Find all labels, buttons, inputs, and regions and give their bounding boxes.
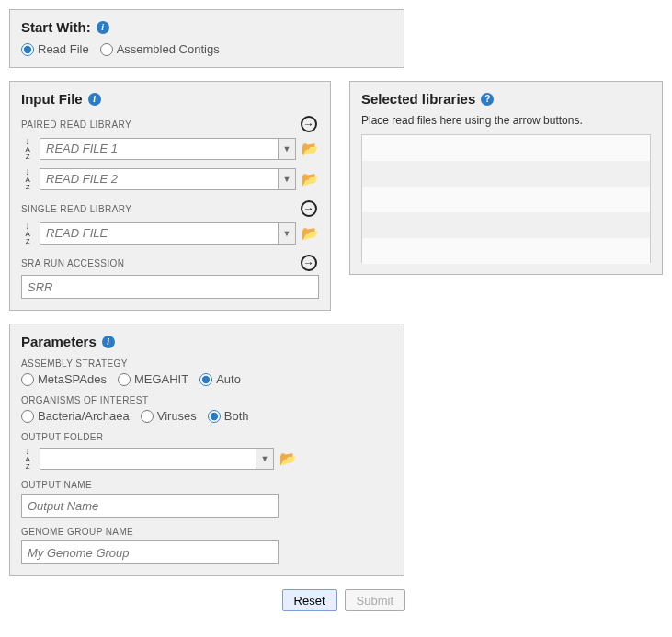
start-read-file-option[interactable]: Read File bbox=[21, 42, 89, 56]
parameters-title-text: Parameters bbox=[21, 334, 97, 349]
strategy-megahit-label: MEGAHIT bbox=[134, 372, 188, 386]
output-folder-combo: ▼ bbox=[40, 448, 274, 470]
start-assembled-radio[interactable] bbox=[100, 43, 113, 56]
read-file-2-input[interactable] bbox=[40, 168, 278, 190]
folder-icon[interactable]: 📂 bbox=[279, 450, 297, 467]
add-single-arrow-icon[interactable]: → bbox=[301, 200, 317, 217]
single-read-input[interactable] bbox=[40, 222, 278, 245]
read-file-2-row: ↓AZ ▼ 📂 bbox=[21, 166, 319, 191]
sort-icon[interactable]: ↓AZ bbox=[21, 446, 34, 471]
strategy-auto-label: Auto bbox=[216, 372, 241, 386]
selected-libraries-title-text: Selected libraries bbox=[361, 91, 475, 107]
assembly-strategy-label: ASSEMBLY STRATEGY bbox=[21, 358, 393, 369]
start-read-file-radio[interactable] bbox=[21, 43, 34, 56]
org-bacteria-label: Bacteria/Archaea bbox=[38, 409, 130, 423]
input-file-panel: Input File i PAIRED READ LIBRARY → ↓AZ ▼… bbox=[9, 81, 331, 311]
org-both-option[interactable]: Both bbox=[208, 409, 249, 423]
strategy-megahit-radio[interactable] bbox=[118, 373, 131, 386]
list-item bbox=[362, 161, 650, 187]
output-name-input[interactable] bbox=[21, 494, 279, 518]
sra-input[interactable] bbox=[21, 275, 319, 299]
start-read-file-label: Read File bbox=[38, 42, 89, 56]
selected-libraries-panel: Selected libraries ? Place read files he… bbox=[349, 81, 663, 275]
paired-label-text: PAIRED READ LIBRARY bbox=[21, 119, 131, 130]
strategy-auto-radio[interactable] bbox=[199, 373, 212, 386]
strategy-metaspades-label: MetaSPAdes bbox=[38, 372, 107, 386]
organisms-radios: Bacteria/Archaea Viruses Both bbox=[21, 409, 393, 423]
read-file-2-combo: ▼ bbox=[40, 168, 296, 190]
strategy-metaspades-radio[interactable] bbox=[21, 373, 34, 386]
organisms-label-text: ORGANISMS OF INTEREST bbox=[21, 395, 148, 405]
sort-icon[interactable]: ↓AZ bbox=[21, 221, 34, 245]
form-buttons: Reset Submit bbox=[9, 589, 663, 611]
read-file-1-row: ↓AZ ▼ 📂 bbox=[21, 136, 319, 161]
sra-run-label: SRA RUN ACCESSION → bbox=[21, 255, 319, 271]
strategy-auto-option[interactable]: Auto bbox=[199, 372, 241, 386]
genome-group-input[interactable] bbox=[21, 540, 279, 564]
output-name-label-text: OUTPUT NAME bbox=[21, 480, 92, 490]
sort-icon[interactable]: ↓AZ bbox=[21, 136, 34, 161]
org-viruses-radio[interactable] bbox=[141, 410, 154, 423]
folder-icon[interactable]: 📂 bbox=[302, 141, 319, 157]
org-viruses-option[interactable]: Viruses bbox=[141, 409, 197, 423]
list-item bbox=[362, 212, 650, 238]
org-both-label: Both bbox=[224, 409, 249, 423]
org-bacteria-radio[interactable] bbox=[21, 410, 34, 423]
read-file-1-combo: ▼ bbox=[40, 138, 296, 160]
strategy-label-text: ASSEMBLY STRATEGY bbox=[21, 358, 128, 369]
info-icon[interactable]: i bbox=[102, 336, 115, 348]
strategy-metaspades-option[interactable]: MetaSPAdes bbox=[21, 372, 107, 386]
selected-libraries-dropzone[interactable] bbox=[361, 134, 651, 263]
add-sra-arrow-icon[interactable]: → bbox=[301, 255, 317, 271]
start-with-radios: Read File Assembled Contigs bbox=[21, 42, 393, 56]
folder-icon[interactable]: 📂 bbox=[302, 171, 319, 188]
output-folder-row: ↓AZ ▼ 📂 bbox=[21, 446, 297, 471]
folder-icon[interactable]: 📂 bbox=[302, 225, 319, 242]
input-file-title-text: Input File bbox=[21, 91, 83, 107]
single-read-combo: ▼ bbox=[40, 222, 296, 245]
parameters-panel: Parameters i ASSEMBLY STRATEGY MetaSPAde… bbox=[9, 324, 404, 576]
read-file-2-dropdown[interactable]: ▼ bbox=[278, 168, 296, 190]
output-folder-label-text: OUTPUT FOLDER bbox=[21, 432, 103, 442]
sra-label-text: SRA RUN ACCESSION bbox=[21, 258, 124, 268]
org-both-radio[interactable] bbox=[208, 410, 221, 423]
output-folder-label: OUTPUT FOLDER bbox=[21, 432, 393, 442]
output-name-label: OUTPUT NAME bbox=[21, 480, 393, 490]
start-with-title-text: Start With: bbox=[21, 19, 91, 35]
list-item bbox=[362, 238, 650, 264]
assembly-strategy-radios: MetaSPAdes MEGAHIT Auto bbox=[21, 372, 393, 386]
genome-group-label-text: GENOME GROUP NAME bbox=[21, 527, 133, 537]
start-with-panel: Start With: i Read File Assembled Contig… bbox=[9, 9, 404, 68]
sort-icon[interactable]: ↓AZ bbox=[21, 166, 34, 191]
list-item bbox=[362, 187, 650, 212]
output-folder-dropdown[interactable]: ▼ bbox=[256, 448, 274, 470]
strategy-megahit-option[interactable]: MEGAHIT bbox=[118, 372, 188, 386]
selected-libraries-hint: Place read files here using the arrow bu… bbox=[361, 114, 651, 127]
input-file-title: Input File i bbox=[21, 91, 319, 107]
single-read-library-label: SINGLE READ LIBRARY → bbox=[21, 200, 319, 217]
start-assembled-option[interactable]: Assembled Contigs bbox=[100, 42, 220, 56]
start-with-title: Start With: i bbox=[21, 19, 393, 35]
read-file-1-input[interactable] bbox=[40, 138, 278, 160]
reset-button[interactable]: Reset bbox=[282, 589, 337, 611]
output-folder-input[interactable] bbox=[40, 448, 256, 470]
info-icon[interactable]: i bbox=[88, 93, 101, 106]
org-viruses-label: Viruses bbox=[157, 409, 197, 423]
selected-libraries-title: Selected libraries ? bbox=[361, 91, 651, 107]
paired-read-library-label: PAIRED READ LIBRARY → bbox=[21, 116, 319, 132]
single-read-dropdown[interactable]: ▼ bbox=[278, 222, 296, 245]
org-bacteria-option[interactable]: Bacteria/Archaea bbox=[21, 409, 130, 423]
info-icon[interactable]: i bbox=[97, 21, 109, 34]
single-label-text: SINGLE READ LIBRARY bbox=[21, 204, 131, 214]
single-read-row: ↓AZ ▼ 📂 bbox=[21, 221, 319, 245]
start-assembled-label: Assembled Contigs bbox=[117, 42, 220, 56]
list-item bbox=[362, 135, 650, 161]
parameters-title: Parameters i bbox=[21, 334, 393, 349]
organisms-label: ORGANISMS OF INTEREST bbox=[21, 395, 393, 405]
genome-group-label: GENOME GROUP NAME bbox=[21, 527, 393, 537]
read-file-1-dropdown[interactable]: ▼ bbox=[278, 138, 296, 160]
add-paired-arrow-icon[interactable]: → bbox=[301, 116, 317, 132]
submit-button[interactable]: Submit bbox=[345, 589, 405, 611]
help-icon[interactable]: ? bbox=[481, 93, 494, 106]
